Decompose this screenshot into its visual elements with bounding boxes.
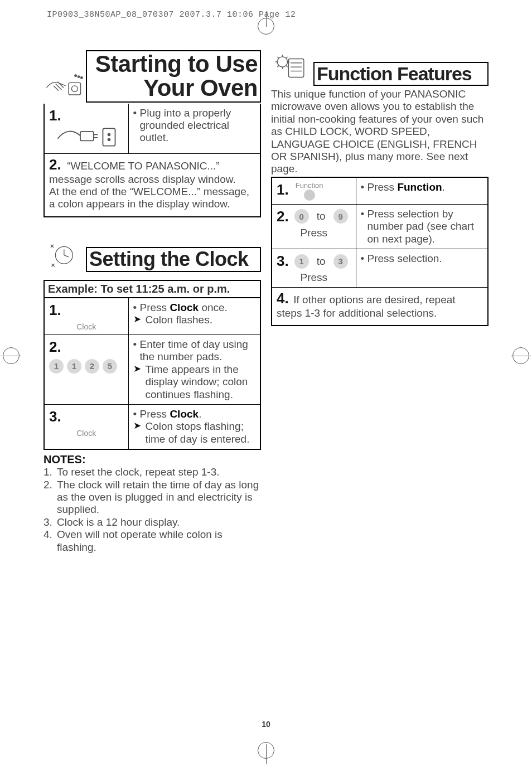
svg-point-10: [108, 138, 110, 140]
function-key-icon: Function: [296, 181, 323, 201]
clock-step-1-num: 1.: [49, 302, 124, 319]
clock-step-3-num: 3.: [49, 408, 124, 425]
press-label-1: Press: [277, 227, 351, 239]
left-column: Starting to Use Your Oven 1.: [43, 50, 261, 726]
func-step-1-num: 1.: [277, 181, 289, 198]
svg-point-1: [71, 85, 78, 91]
keypad-5: 5: [103, 359, 117, 374]
hand-oven-icon: [43, 67, 84, 103]
clock-step-2-arrow: Time appears in the display window; colo…: [133, 363, 255, 401]
svg-rect-8: [103, 128, 115, 146]
svg-point-4: [81, 76, 83, 79]
clock-example-bar: Example: To set 11:25 a.m. or p.m.: [43, 280, 261, 297]
func-step-2-bullet: Press selection by number pad (see chart…: [361, 208, 483, 245]
starting-step-1-num: 1.: [49, 107, 124, 124]
clock-step-3-bullet: Press Clock.: [133, 408, 255, 420]
to-label-1: to: [317, 210, 326, 222]
starting-step-1-text: Plug into a properly grounded electrical…: [133, 107, 255, 144]
svg-point-14: [277, 57, 287, 67]
title-line-1: Starting to Use: [95, 51, 258, 77]
clock-step-1-arrow: Colon flashes.: [133, 314, 255, 326]
crop-mark-left: [1, 346, 21, 366]
func-step-4-num: 4.: [277, 290, 289, 307]
page-main: Starting to Use Your Oven 1.: [43, 50, 489, 726]
section-title-function: Function Features: [317, 64, 485, 84]
page-number: 10: [262, 720, 270, 729]
clock-step-2-bullet: Enter time of day using the number pads.: [133, 338, 255, 363]
svg-rect-15: [288, 59, 303, 77]
clock-step-3-arrow: Colon stops flash­ing; time of day is en…: [133, 420, 255, 445]
keypad-1a: 1: [49, 359, 64, 374]
clock-step-1-bullet: Press Clock once.: [133, 302, 255, 314]
svg-rect-0: [69, 83, 81, 95]
function-intro-text: This unique function of your PANASONIC m…: [271, 88, 489, 176]
func-step-3-num: 3.: [277, 253, 289, 270]
func-step-2-num: 2.: [277, 208, 289, 225]
svg-line-13: [64, 255, 69, 257]
clock-step-2-num: 2.: [49, 338, 124, 356]
func-step-4-text: If other options are desired, repeat ste…: [277, 294, 456, 319]
clock-key-label-3: Clock: [76, 429, 96, 438]
starting-step-2-num: 2.: [49, 156, 61, 173]
crop-mark-right: [511, 346, 531, 366]
section-title-starting: Starting to Use Your Oven: [89, 52, 258, 100]
crop-mark-bottom: [258, 742, 274, 764]
keypad-3: 3: [333, 254, 348, 269]
to-label-2: to: [317, 255, 326, 268]
clock-key-label-1: Clock: [76, 322, 96, 331]
keypad-1: 1: [294, 254, 309, 269]
notes-list: 1.To reset the clock, repeat step 1-3. 2…: [43, 466, 261, 554]
section-title-clock: Setting the Clock: [89, 249, 258, 270]
svg-point-3: [78, 75, 80, 77]
svg-point-2: [75, 75, 77, 77]
clock-sparkle-icon: [43, 236, 84, 272]
keypad-2: 2: [85, 359, 99, 374]
notes-heading: NOTES:: [43, 453, 261, 466]
gear-icon: [304, 190, 315, 201]
starting-step-2-text: “WELCOME TO PANASONIC...” message scroll…: [49, 160, 249, 210]
function-section-icon: [271, 50, 311, 86]
title-line-2: Your Oven: [143, 75, 258, 101]
func-step-1-bullet: Press Function.: [361, 181, 483, 193]
svg-rect-5: [80, 132, 94, 141]
func-step-3-bullet: Press selection.: [361, 253, 483, 265]
svg-point-9: [108, 133, 110, 135]
keypad-0: 0: [294, 209, 309, 224]
press-label-2: Press: [277, 271, 351, 284]
right-column: Function Features This unique function o…: [271, 50, 489, 726]
crop-mark-top: [258, 11, 274, 27]
keypad-1b: 1: [67, 359, 81, 374]
keypad-9: 9: [333, 209, 348, 224]
plug-outlet-icon: [49, 124, 124, 150]
